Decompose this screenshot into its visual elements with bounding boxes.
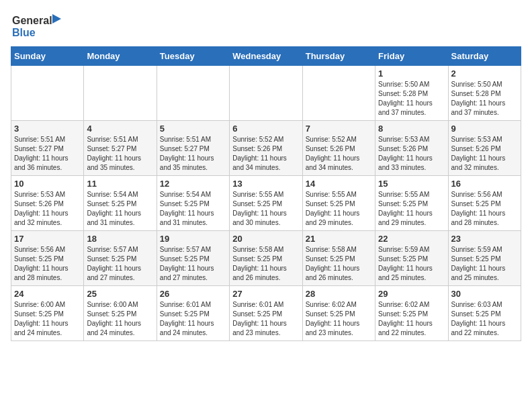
calendar-cell: 15Sunrise: 5:55 AM Sunset: 5:25 PM Dayli…	[375, 176, 448, 231]
cell-info: Sunrise: 5:53 AM Sunset: 5:26 PM Dayligh…	[14, 190, 81, 228]
calendar-cell: 21Sunrise: 5:58 AM Sunset: 5:25 PM Dayli…	[302, 231, 375, 286]
day-number: 1	[378, 68, 445, 79]
calendar-cell: 27Sunrise: 6:01 AM Sunset: 5:25 PM Dayli…	[230, 286, 302, 341]
weekday-header-saturday: Saturday	[448, 47, 521, 66]
calendar-cell: 1Sunrise: 5:50 AM Sunset: 5:28 PM Daylig…	[375, 66, 448, 121]
calendar-cell: 28Sunrise: 6:02 AM Sunset: 5:25 PM Dayli…	[302, 286, 375, 341]
day-number: 18	[87, 234, 153, 244]
day-number: 11	[87, 179, 153, 189]
cell-info: Sunrise: 5:53 AM Sunset: 5:26 PM Dayligh…	[451, 135, 518, 173]
day-number: 9	[451, 124, 518, 134]
svg-text:General: General	[12, 15, 52, 26]
cell-info: Sunrise: 5:57 AM Sunset: 5:25 PM Dayligh…	[87, 245, 153, 283]
day-number: 29	[378, 289, 445, 299]
calendar-cell: 2Sunrise: 5:50 AM Sunset: 5:28 PM Daylig…	[448, 66, 521, 121]
cell-info: Sunrise: 5:54 AM Sunset: 5:25 PM Dayligh…	[160, 190, 226, 228]
day-number: 15	[378, 179, 445, 189]
calendar-cell: 3Sunrise: 5:51 AM Sunset: 5:27 PM Daylig…	[11, 121, 84, 176]
calendar-cell: 29Sunrise: 6:02 AM Sunset: 5:25 PM Dayli…	[375, 286, 448, 341]
calendar-cell: 25Sunrise: 6:00 AM Sunset: 5:25 PM Dayli…	[84, 286, 157, 341]
day-number: 5	[160, 124, 226, 134]
calendar-cell: 12Sunrise: 5:54 AM Sunset: 5:25 PM Dayli…	[157, 176, 229, 231]
calendar-cell: 19Sunrise: 5:57 AM Sunset: 5:25 PM Dayli…	[157, 231, 229, 286]
day-number: 24	[14, 289, 81, 299]
svg-marker-0	[52, 14, 61, 24]
calendar-cell: 24Sunrise: 6:00 AM Sunset: 5:25 PM Dayli…	[11, 286, 84, 341]
calendar-cell: 14Sunrise: 5:55 AM Sunset: 5:25 PM Dayli…	[302, 176, 375, 231]
cell-info: Sunrise: 5:58 AM Sunset: 5:25 PM Dayligh…	[306, 245, 372, 283]
calendar-week-row: 1Sunrise: 5:50 AM Sunset: 5:28 PM Daylig…	[11, 66, 521, 121]
calendar-cell: 22Sunrise: 5:59 AM Sunset: 5:25 PM Dayli…	[375, 231, 448, 286]
cell-info: Sunrise: 6:01 AM Sunset: 5:25 PM Dayligh…	[232, 300, 299, 338]
calendar-cell: 17Sunrise: 5:56 AM Sunset: 5:25 PM Dayli…	[11, 231, 84, 286]
cell-info: Sunrise: 5:51 AM Sunset: 5:27 PM Dayligh…	[14, 135, 81, 173]
calendar-cell	[302, 66, 375, 121]
cell-info: Sunrise: 5:53 AM Sunset: 5:26 PM Dayligh…	[378, 135, 445, 173]
day-number: 25	[87, 289, 153, 299]
day-number: 8	[378, 124, 445, 134]
generalblue-logo-icon: GeneralBlue	[11, 11, 71, 41]
calendar-cell: 10Sunrise: 5:53 AM Sunset: 5:26 PM Dayli…	[11, 176, 84, 231]
calendar-week-row: 10Sunrise: 5:53 AM Sunset: 5:26 PM Dayli…	[11, 176, 521, 231]
cell-info: Sunrise: 5:56 AM Sunset: 5:25 PM Dayligh…	[14, 245, 81, 283]
calendar-cell: 16Sunrise: 5:56 AM Sunset: 5:25 PM Dayli…	[448, 176, 521, 231]
day-number: 16	[451, 179, 518, 189]
day-number: 14	[306, 179, 372, 189]
calendar-cell: 6Sunrise: 5:52 AM Sunset: 5:26 PM Daylig…	[230, 121, 302, 176]
cell-info: Sunrise: 5:59 AM Sunset: 5:25 PM Dayligh…	[451, 245, 518, 283]
calendar-cell: 20Sunrise: 5:58 AM Sunset: 5:25 PM Dayli…	[230, 231, 302, 286]
calendar-cell	[157, 66, 229, 121]
calendar-cell: 26Sunrise: 6:01 AM Sunset: 5:25 PM Dayli…	[157, 286, 229, 341]
day-number: 4	[87, 124, 153, 134]
day-number: 17	[14, 234, 81, 244]
cell-info: Sunrise: 6:03 AM Sunset: 5:25 PM Dayligh…	[451, 300, 518, 338]
day-number: 7	[306, 124, 372, 134]
weekday-header-friday: Friday	[375, 47, 448, 66]
calendar-cell: 8Sunrise: 5:53 AM Sunset: 5:26 PM Daylig…	[375, 121, 448, 176]
cell-info: Sunrise: 6:02 AM Sunset: 5:25 PM Dayligh…	[378, 300, 445, 338]
day-number: 30	[451, 289, 518, 299]
cell-info: Sunrise: 5:55 AM Sunset: 5:25 PM Dayligh…	[306, 190, 372, 228]
day-number: 19	[160, 234, 226, 244]
cell-info: Sunrise: 5:59 AM Sunset: 5:25 PM Dayligh…	[378, 245, 445, 283]
day-number: 28	[306, 289, 372, 299]
calendar-cell: 4Sunrise: 5:51 AM Sunset: 5:27 PM Daylig…	[84, 121, 157, 176]
cell-info: Sunrise: 5:52 AM Sunset: 5:26 PM Dayligh…	[232, 135, 299, 173]
calendar-cell	[230, 66, 302, 121]
cell-info: Sunrise: 5:54 AM Sunset: 5:25 PM Dayligh…	[87, 190, 153, 228]
day-number: 21	[306, 234, 372, 244]
day-number: 20	[232, 234, 299, 244]
calendar-cell: 9Sunrise: 5:53 AM Sunset: 5:26 PM Daylig…	[448, 121, 521, 176]
calendar-header-row: SundayMondayTuesdayWednesdayThursdayFrid…	[11, 47, 521, 66]
cell-info: Sunrise: 5:51 AM Sunset: 5:27 PM Dayligh…	[87, 135, 153, 173]
day-number: 2	[451, 68, 518, 79]
calendar-cell: 30Sunrise: 6:03 AM Sunset: 5:25 PM Dayli…	[448, 286, 521, 341]
cell-info: Sunrise: 6:02 AM Sunset: 5:25 PM Dayligh…	[306, 300, 372, 338]
cell-info: Sunrise: 5:57 AM Sunset: 5:25 PM Dayligh…	[160, 245, 226, 283]
calendar-cell: 11Sunrise: 5:54 AM Sunset: 5:25 PM Dayli…	[84, 176, 157, 231]
day-number: 3	[14, 124, 81, 134]
page-header: GeneralBlue	[11, 11, 521, 41]
weekday-header-thursday: Thursday	[302, 47, 375, 66]
calendar-week-row: 3Sunrise: 5:51 AM Sunset: 5:27 PM Daylig…	[11, 121, 521, 176]
day-number: 23	[451, 234, 518, 244]
calendar-cell	[11, 66, 84, 121]
calendar-week-row: 17Sunrise: 5:56 AM Sunset: 5:25 PM Dayli…	[11, 231, 521, 286]
day-number: 27	[232, 289, 299, 299]
calendar-cell	[84, 66, 157, 121]
weekday-header-sunday: Sunday	[11, 47, 84, 66]
day-number: 10	[14, 179, 81, 189]
day-number: 6	[232, 124, 299, 134]
svg-text:Blue: Blue	[12, 27, 36, 38]
cell-info: Sunrise: 6:00 AM Sunset: 5:25 PM Dayligh…	[14, 300, 81, 338]
calendar-cell: 5Sunrise: 5:51 AM Sunset: 5:27 PM Daylig…	[157, 121, 229, 176]
day-number: 26	[160, 289, 226, 299]
calendar-week-row: 24Sunrise: 6:00 AM Sunset: 5:25 PM Dayli…	[11, 286, 521, 341]
calendar-cell: 13Sunrise: 5:55 AM Sunset: 5:25 PM Dayli…	[230, 176, 302, 231]
calendar-table: SundayMondayTuesdayWednesdayThursdayFrid…	[11, 46, 521, 341]
cell-info: Sunrise: 5:52 AM Sunset: 5:26 PM Dayligh…	[306, 135, 372, 173]
calendar-cell: 7Sunrise: 5:52 AM Sunset: 5:26 PM Daylig…	[302, 121, 375, 176]
cell-info: Sunrise: 5:55 AM Sunset: 5:25 PM Dayligh…	[232, 190, 299, 228]
calendar-cell: 18Sunrise: 5:57 AM Sunset: 5:25 PM Dayli…	[84, 231, 157, 286]
weekday-header-monday: Monday	[84, 47, 157, 66]
